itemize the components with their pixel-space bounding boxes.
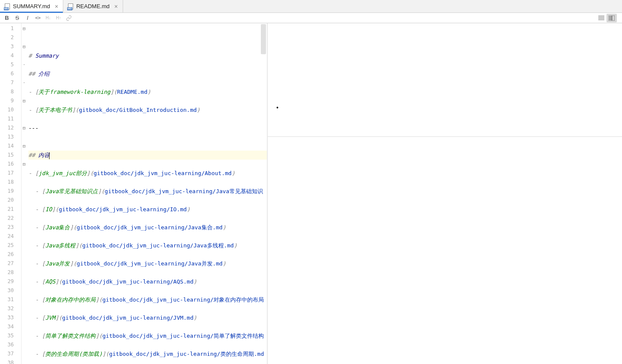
fold-marker [22, 331, 27, 340]
code-line[interactable]: - [Java集合](gitbook_doc/jdk_jvm_juc-learn… [28, 223, 267, 232]
code-line[interactable]: - [IO](gitbook_doc/jdk_jvm_juc-learning/… [28, 205, 267, 214]
fold-marker [22, 133, 27, 142]
code-line[interactable] [28, 304, 267, 313]
line-number: 4 [0, 51, 14, 60]
preview-hr [268, 136, 622, 137]
line-number: 21 [0, 205, 14, 214]
line-number: 34 [0, 322, 14, 331]
code-line[interactable]: - [对象在内存中的布局](gitbook_doc/jdk_jvm_juc-le… [28, 295, 267, 304]
fold-marker [22, 214, 27, 223]
header-down-button[interactable]: H↓ [43, 14, 53, 22]
scrollbar-thumb[interactable] [261, 24, 266, 54]
code-line[interactable]: - [关于framework-learning](README.md) [28, 87, 267, 96]
code-line[interactable]: - [简单了解类文件结构](gitbook_doc/jdk_jvm_juc-le… [28, 331, 267, 340]
code-line[interactable] [28, 133, 267, 142]
fold-marker[interactable]: · [22, 78, 27, 87]
tab-readme[interactable]: README.md × [63, 0, 123, 12]
strikethrough-button[interactable]: S [12, 14, 22, 22]
fold-marker[interactable]: ⊟ [22, 160, 27, 169]
code-line[interactable] [28, 160, 267, 169]
close-icon[interactable]: × [113, 3, 119, 10]
code-line[interactable]: --- [28, 123, 267, 133]
line-number: 32 [0, 304, 14, 313]
fold-marker [22, 358, 27, 364]
code-line[interactable]: - [JVM](gitbook_doc/jdk_jvm_juc-learning… [28, 313, 267, 322]
code-line[interactable] [28, 196, 267, 205]
line-number: 31 [0, 295, 14, 304]
code-editor[interactable]: # Summary## 介绍- [关于framework-learning](R… [27, 23, 267, 364]
line-number: 36 [0, 340, 14, 349]
code-button[interactable]: <> [33, 14, 43, 22]
code-line[interactable] [28, 322, 267, 331]
bold-button[interactable]: B [2, 14, 12, 22]
line-number: 8 [0, 87, 14, 96]
preview-bullet: • [276, 104, 279, 111]
line-number: 38 [0, 358, 14, 364]
code-line[interactable] [28, 142, 267, 151]
code-line[interactable]: - [关于本电子书](gitbook_doc/GitBook_Introduct… [28, 105, 267, 114]
line-number: 27 [0, 259, 14, 268]
code-line[interactable] [28, 358, 267, 364]
code-line[interactable] [28, 78, 267, 87]
code-line[interactable] [28, 340, 267, 349]
line-number: 24 [0, 232, 14, 241]
code-line[interactable] [28, 96, 267, 105]
preview-only-button[interactable] [617, 14, 620, 22]
code-line[interactable] [28, 114, 267, 123]
fold-marker [22, 33, 27, 42]
code-line[interactable]: - [AQS](gitbook_doc/jdk_jvm_juc-learning… [28, 277, 267, 286]
fold-marker[interactable]: ⊟ [22, 24, 27, 33]
line-number-gutter: 1234567891011121314151617181920212223242… [0, 23, 22, 364]
close-icon[interactable]: × [53, 3, 59, 10]
code-line[interactable]: - [jdk_jvm_juc部分](gitbook_doc/jdk_jvm_ju… [28, 169, 267, 178]
tab-summary[interactable]: SUMMARY.md × [0, 0, 63, 12]
code-line[interactable]: - [Java常见基础知识点](gitbook_doc/jdk_jvm_juc-… [28, 187, 267, 196]
markdown-icon [68, 3, 74, 9]
code-line[interactable]: # Summary [28, 51, 267, 60]
editor-only-button[interactable] [596, 14, 607, 22]
fold-marker[interactable]: ⊟ [22, 123, 27, 133]
fold-marker[interactable]: ⊟ [22, 142, 27, 151]
fold-marker[interactable]: ⊟ [22, 42, 27, 51]
code-line[interactable]: - [Java多线程](gitbook_doc/jdk_jvm_juc-lear… [28, 241, 267, 250]
fold-marker [22, 304, 27, 313]
fold-marker [22, 232, 27, 241]
italic-button[interactable]: I [22, 14, 33, 22]
line-number: 19 [0, 187, 14, 196]
code-line[interactable] [28, 286, 267, 295]
fold-marker [22, 322, 27, 331]
code-line[interactable] [28, 214, 267, 223]
line-number: 35 [0, 331, 14, 340]
fold-marker [22, 277, 27, 286]
split-view-button[interactable] [607, 14, 617, 22]
code-line[interactable] [28, 60, 267, 69]
fold-gutter: ⊟⊟··⊟⊟⊟⊟ [22, 23, 27, 364]
fold-marker[interactable]: ⊟ [22, 96, 27, 105]
fold-marker[interactable]: · [22, 60, 27, 69]
line-number: 17 [0, 169, 14, 178]
code-line[interactable] [28, 268, 267, 277]
line-number: 28 [0, 268, 14, 277]
fold-marker [22, 87, 27, 96]
line-number: 18 [0, 178, 14, 187]
link-button[interactable] [64, 14, 74, 22]
header-up-button[interactable]: H↑ [53, 14, 64, 22]
fold-marker [22, 241, 27, 250]
code-line[interactable]: ## 介绍 [28, 69, 267, 78]
line-number: 30 [0, 286, 14, 295]
markdown-toolbar: B S I <> H↓ H↑ [0, 13, 622, 23]
fold-marker [22, 151, 27, 160]
fold-marker [22, 250, 27, 259]
code-line[interactable]: - [Java并发](gitbook_doc/jdk_jvm_juc-learn… [28, 259, 267, 268]
line-number: 2 [0, 33, 14, 42]
code-line[interactable] [28, 232, 267, 241]
link-icon [66, 15, 72, 21]
code-line[interactable] [28, 250, 267, 259]
split-icon [609, 15, 615, 21]
line-number: 15 [0, 151, 14, 160]
code-line[interactable]: ## 内容 [28, 151, 267, 160]
code-line[interactable] [28, 178, 267, 187]
fold-marker [22, 205, 27, 214]
line-number: 22 [0, 214, 14, 223]
code-line[interactable]: - [类的生命周期(类加载)](gitbook_doc/jdk_jvm_juc-… [28, 349, 267, 358]
